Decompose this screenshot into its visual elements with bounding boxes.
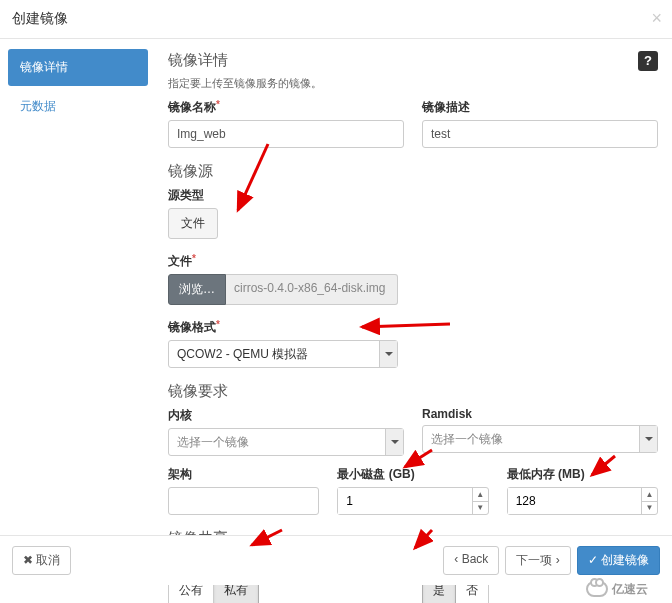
- next-button[interactable]: 下一项 ›: [505, 546, 570, 575]
- modal-footer: ✖ 取消 ‹ Back 下一项 › ✓ 创建镜像: [0, 535, 672, 585]
- ramdisk-select[interactable]: 选择一个镜像: [422, 425, 658, 453]
- mindisk-stepper[interactable]: ▲▼: [337, 487, 488, 515]
- section-title-source: 镜像源: [168, 162, 658, 181]
- section-title-details: 镜像详情: [168, 51, 658, 70]
- source-type-button[interactable]: 文件: [168, 208, 218, 239]
- sidebar: 镜像详情 元数据: [8, 49, 156, 603]
- modal-body: 镜像详情 元数据 ? 镜像详情 指定要上传至镜像服务的镜像。 镜像名称* 镜像描…: [0, 39, 672, 603]
- close-icon[interactable]: ×: [651, 8, 662, 29]
- nav-image-details[interactable]: 镜像详情: [8, 49, 148, 86]
- chevron-down-icon: [379, 341, 397, 367]
- stepper-down-icon[interactable]: ▼: [473, 502, 488, 515]
- cancel-button[interactable]: ✖ 取消: [12, 546, 71, 575]
- label-ramdisk: Ramdisk: [422, 407, 658, 421]
- section-title-requirements: 镜像要求: [168, 382, 658, 401]
- label-kernel: 内核: [168, 407, 404, 424]
- browse-button[interactable]: 浏览…: [168, 274, 226, 305]
- help-text: 指定要上传至镜像服务的镜像。: [168, 76, 658, 91]
- content-panel: ? 镜像详情 指定要上传至镜像服务的镜像。 镜像名称* 镜像描述 镜像源 源类型…: [156, 49, 672, 603]
- label-format: 镜像格式*: [168, 319, 658, 336]
- cloud-icon: [586, 581, 608, 597]
- image-desc-input[interactable]: [422, 120, 658, 148]
- chevron-down-icon: [385, 429, 403, 455]
- back-button[interactable]: ‹ Back: [443, 546, 499, 575]
- label-minram: 最低内存 (MB): [507, 466, 658, 483]
- label-source-type: 源类型: [168, 187, 658, 204]
- minram-stepper[interactable]: ▲▼: [507, 487, 658, 515]
- file-name-display: cirros-0.4.0-x86_64-disk.img: [226, 274, 398, 305]
- modal-header: 创建镜像 ×: [0, 0, 672, 39]
- label-image-name: 镜像名称*: [168, 99, 404, 116]
- label-image-desc: 镜像描述: [422, 99, 658, 116]
- label-arch: 架构: [168, 466, 319, 483]
- arch-input[interactable]: [168, 487, 319, 515]
- help-icon[interactable]: ?: [638, 51, 658, 71]
- stepper-up-icon[interactable]: ▲: [642, 488, 657, 502]
- kernel-select[interactable]: 选择一个镜像: [168, 428, 404, 456]
- stepper-down-icon[interactable]: ▼: [642, 502, 657, 515]
- chevron-down-icon: [639, 426, 657, 452]
- create-button[interactable]: ✓ 创建镜像: [577, 546, 660, 575]
- image-name-input[interactable]: [168, 120, 404, 148]
- stepper-up-icon[interactable]: ▲: [473, 488, 488, 502]
- nav-metadata[interactable]: 元数据: [8, 88, 148, 125]
- label-file: 文件*: [168, 253, 658, 270]
- watermark: 亿速云: [586, 577, 666, 601]
- format-select[interactable]: QCOW2 - QEMU 模拟器: [168, 340, 398, 368]
- label-mindisk: 最小磁盘 (GB): [337, 466, 488, 483]
- modal-title: 创建镜像: [12, 10, 660, 28]
